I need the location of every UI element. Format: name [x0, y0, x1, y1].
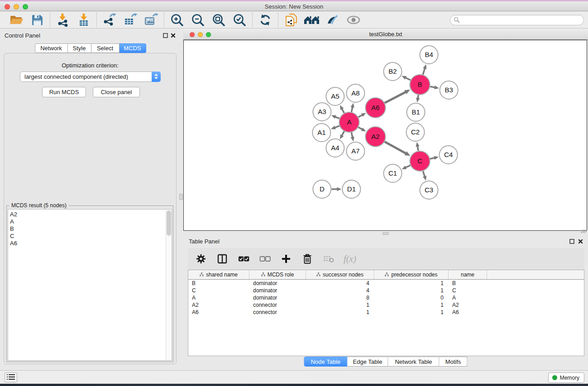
table-cell[interactable]: 8: [306, 295, 374, 301]
table-row[interactable]: A6connector11A6: [188, 309, 584, 316]
table-cell[interactable]: 1: [374, 309, 449, 315]
graph-edge-B-B1[interactable]: [416, 95, 420, 102]
graph-node-C2[interactable]: C2: [406, 123, 425, 141]
zoom-out-icon[interactable]: [190, 13, 206, 27]
session-document-icon[interactable]: [283, 13, 299, 27]
float-panel-icon[interactable]: [163, 33, 168, 38]
column-header-MCDS-role[interactable]: MCDS role: [249, 270, 306, 279]
graph-node-A5[interactable]: A5: [326, 87, 344, 105]
graph-edge-A-A2[interactable]: [359, 127, 366, 131]
table-cell[interactable]: 1: [374, 280, 449, 286]
graph-edge-B-B2[interactable]: [402, 76, 411, 80]
table-cell[interactable]: A2: [188, 302, 249, 308]
table-cell[interactable]: dominator: [249, 287, 306, 294]
tab-style[interactable]: Style: [68, 43, 91, 53]
home-icon[interactable]: [304, 13, 320, 27]
table-row[interactable]: Cdominator41C: [188, 287, 584, 294]
table-cell[interactable]: A6: [449, 309, 487, 315]
graph-node-B4[interactable]: B4: [420, 46, 438, 64]
table-row[interactable]: Adominator80A: [188, 294, 584, 301]
table-cell[interactable]: C: [188, 287, 249, 294]
deselect-all-icon[interactable]: [258, 252, 272, 266]
export-network-icon[interactable]: [102, 13, 117, 27]
column-header-shared-name[interactable]: shared name: [188, 270, 249, 279]
mcds-result-list[interactable]: A2ABCA6: [8, 209, 172, 361]
node-table[interactable]: shared nameMCDS rolesuccessor nodesprede…: [188, 270, 584, 356]
zoom-in-icon[interactable]: [169, 13, 185, 27]
graph-edge-A-A1[interactable]: [331, 126, 339, 129]
graph-node-A8[interactable]: A8: [346, 84, 364, 102]
table-cell[interactable]: C: [449, 287, 487, 294]
graph-node-C4[interactable]: C4: [440, 146, 458, 164]
save-icon[interactable]: [29, 13, 45, 27]
graph-node-C3[interactable]: C3: [420, 181, 438, 199]
export-table-icon[interactable]: [123, 13, 138, 27]
table-cell[interactable]: A: [449, 295, 487, 301]
import-table-icon[interactable]: [76, 13, 91, 27]
show-hide-eye-icon[interactable]: [346, 13, 361, 27]
graph-edge-C-C2[interactable]: [416, 142, 419, 151]
graph-edge-D-D1[interactable]: [331, 187, 341, 191]
table-cell[interactable]: 1: [306, 309, 374, 315]
select-all-icon[interactable]: [237, 252, 250, 266]
add-icon[interactable]: [279, 252, 293, 266]
graph-node-A4[interactable]: A4: [326, 139, 344, 157]
table-row[interactable]: Bdominator41B: [188, 280, 584, 287]
graph-edge-C-C4[interactable]: [430, 156, 439, 160]
gear-icon[interactable]: [194, 252, 208, 266]
tab-node-table[interactable]: Node Table: [304, 357, 348, 367]
table-cell[interactable]: A: [188, 295, 249, 301]
zoom-fit-icon[interactable]: [211, 13, 226, 27]
table-cell[interactable]: dominator: [249, 295, 306, 301]
open-folder-icon[interactable]: [9, 13, 24, 27]
table-cell[interactable]: A6: [188, 309, 249, 315]
graph-edge-A-A4[interactable]: [340, 131, 344, 139]
mcds-result-item[interactable]: B: [10, 225, 172, 233]
table-cell[interactable]: B: [188, 280, 249, 286]
close-panel-icon[interactable]: [170, 33, 176, 38]
graph-node-D1[interactable]: D1: [342, 180, 360, 198]
graph-node-A1[interactable]: A1: [312, 124, 330, 142]
table-row[interactable]: A2connector11A2: [188, 301, 584, 309]
tab-select[interactable]: Select: [91, 43, 120, 53]
network-canvas[interactable]: B4B2BB3A8A5A6A3B1AC2A1A2A4A7C4CC1DD1C3: [183, 40, 587, 231]
graph-edge-A-A7[interactable]: [350, 132, 354, 141]
optimization-criterion-dropdown[interactable]: largest connected component (directed): [20, 71, 161, 82]
graph-node-D[interactable]: D: [313, 180, 331, 198]
graph-edge-A2-C[interactable]: [385, 142, 411, 156]
tab-mcds[interactable]: MCDS: [120, 43, 146, 53]
graph-node-B[interactable]: B: [410, 75, 430, 95]
splitpane-handle-vertical[interactable]: [179, 194, 183, 200]
graph-node-A6[interactable]: A6: [365, 98, 385, 118]
mcds-result-item[interactable]: A: [10, 218, 172, 225]
graph-node-B3[interactable]: B3: [440, 81, 458, 99]
table-cell[interactable]: 1: [374, 302, 449, 308]
table-cell[interactable]: 1: [306, 302, 374, 308]
visual-mapping-icon[interactable]: [325, 13, 340, 27]
column-header-successor-nodes[interactable]: successor nodes: [306, 270, 374, 279]
table-close-icon[interactable]: [578, 238, 583, 244]
graph-edge-A-A3[interactable]: [331, 115, 339, 119]
table-cell[interactable]: 0: [374, 295, 449, 301]
splitpane-handle-horizontal[interactable]: [382, 232, 389, 235]
search-input[interactable]: [450, 15, 584, 25]
table-float-icon[interactable]: [569, 238, 575, 244]
graph-edge-A6-B[interactable]: [385, 90, 410, 103]
table-cell[interactable]: dominator: [249, 280, 306, 286]
tab-motifs[interactable]: Motifs: [440, 357, 468, 367]
table-cell[interactable]: B: [449, 280, 487, 286]
memory-button[interactable]: Memory: [548, 372, 584, 383]
table-cell[interactable]: connector: [249, 309, 306, 315]
graph-node-A2[interactable]: A2: [365, 127, 385, 147]
resize-grip-icon[interactable]: [580, 228, 587, 234]
refresh-icon[interactable]: [258, 13, 273, 27]
zoom-selected-icon[interactable]: [232, 13, 247, 27]
table-cell[interactable]: 4: [306, 280, 374, 286]
graph-node-C1[interactable]: C1: [383, 164, 402, 182]
delete-icon[interactable]: [301, 252, 314, 266]
column-header-predecessor-nodes[interactable]: predecessor nodes: [374, 270, 449, 279]
table-cell[interactable]: A2: [449, 302, 487, 308]
table-cell[interactable]: connector: [249, 302, 306, 308]
tab-network-table[interactable]: Network Table: [388, 357, 440, 367]
task-history-button[interactable]: [5, 372, 17, 382]
